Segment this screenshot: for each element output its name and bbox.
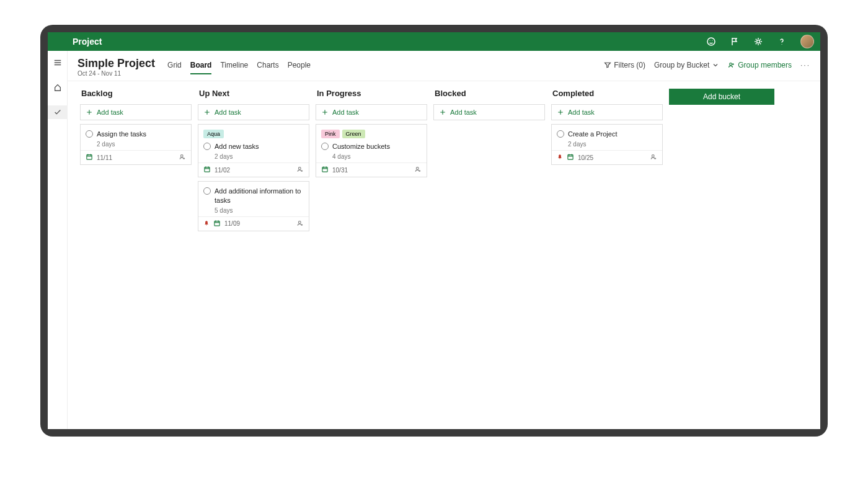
group-by-button[interactable]: Group by Bucket (654, 61, 719, 69)
bucket-title: Up Next (198, 89, 309, 98)
svg-point-13 (416, 167, 418, 170)
add-task-button[interactable]: Add task (433, 104, 545, 120)
svg-point-4 (730, 63, 732, 66)
task-card[interactable]: PinkGreenCustomize buckets4 days10/31 (316, 124, 427, 177)
task-title: Assign the tasks (97, 130, 146, 138)
task-duration: 2 days (86, 141, 186, 148)
assign-person-icon[interactable] (296, 220, 304, 228)
help-icon[interactable] (777, 37, 787, 47)
flag-icon[interactable] (730, 37, 740, 47)
task-date: 11/02 (215, 167, 230, 174)
tab-people[interactable]: People (288, 61, 311, 74)
svg-point-11 (298, 221, 301, 224)
group-members-button[interactable]: Group members (728, 61, 792, 69)
svg-rect-15 (568, 155, 573, 160)
tab-timeline[interactable]: Timeline (220, 61, 248, 74)
task-title: Add additional information to tasks (215, 187, 304, 205)
kanban-board: BacklogAdd taskAssign the tasks2 days11/… (68, 81, 820, 429)
svg-point-9 (206, 224, 206, 225)
filters-label: Filters (0) (614, 61, 645, 69)
task-card[interactable]: Add additional information to tasks5 day… (198, 181, 309, 231)
task-complete-circle[interactable] (203, 187, 211, 195)
svg-point-6 (180, 155, 183, 157)
bucket-title: In Progress (316, 89, 427, 98)
task-title: Add new tasks (215, 142, 259, 151)
bucket-column: BacklogAdd taskAssign the tasks2 days11/… (80, 89, 192, 422)
add-task-button[interactable]: Add task (80, 104, 192, 120)
more-options-icon[interactable]: ··· (800, 61, 810, 69)
group-by-label: Group by Bucket (654, 61, 709, 69)
svg-point-14 (559, 158, 560, 159)
calendar-icon (567, 153, 574, 162)
calendar-icon (213, 220, 221, 228)
emoji-icon[interactable] (706, 37, 716, 47)
settings-gear-icon[interactable] (753, 37, 763, 47)
task-tag: Green (342, 130, 365, 138)
group-members-label: Group members (738, 61, 792, 69)
svg-rect-7 (205, 167, 210, 172)
bucket-title: Backlog (80, 89, 192, 98)
calendar-icon (321, 166, 329, 174)
add-task-button[interactable]: Add task (198, 104, 309, 120)
filters-button[interactable]: Filters (0) (604, 61, 645, 69)
alert-icon (203, 220, 210, 228)
svg-point-2 (712, 40, 713, 41)
project-date-range: Oct 24 - Nov 11 (78, 70, 155, 77)
tab-grid[interactable]: Grid (167, 61, 182, 74)
bucket-title: Blocked (433, 89, 545, 98)
assign-person-icon[interactable] (179, 153, 186, 162)
task-card[interactable]: Assign the tasks2 days11/11 (80, 124, 192, 165)
user-avatar[interactable] (800, 35, 814, 48)
task-date: 11/09 (224, 220, 240, 227)
task-date: 10/25 (578, 154, 593, 161)
svg-rect-12 (322, 167, 327, 172)
calendar-icon (203, 166, 211, 174)
task-complete-circle[interactable] (321, 143, 329, 150)
nav-menu-icon[interactable] (48, 56, 68, 69)
calendar-icon (86, 153, 93, 162)
task-title: Customize buckets (332, 142, 390, 151)
tab-board[interactable]: Board (190, 61, 212, 74)
svg-point-8 (298, 167, 301, 170)
chevron-down-icon (712, 61, 719, 69)
svg-point-0 (707, 38, 715, 45)
task-tag: Aqua (203, 130, 224, 138)
svg-point-3 (757, 40, 760, 43)
assign-person-icon[interactable] (650, 153, 657, 162)
tab-charts[interactable]: Charts (257, 61, 278, 74)
task-duration: 2 days (203, 153, 304, 160)
task-duration: 4 days (321, 153, 422, 160)
app-launcher-icon[interactable] (54, 37, 64, 47)
bucket-column: BlockedAdd task (433, 89, 545, 422)
task-title: Create a Project (568, 130, 617, 138)
task-duration: 5 days (203, 207, 304, 214)
bucket-column: In ProgressAdd taskPinkGreenCustomize bu… (316, 89, 427, 422)
add-task-button[interactable]: Add task (316, 104, 427, 120)
assign-person-icon[interactable] (296, 166, 304, 174)
add-bucket-button[interactable]: Add bucket (669, 89, 774, 105)
task-complete-circle[interactable] (86, 130, 93, 138)
task-card[interactable]: Create a Project2 days10/25 (551, 124, 663, 165)
svg-rect-5 (87, 155, 92, 160)
task-complete-circle[interactable] (203, 143, 211, 150)
task-date: 10/31 (332, 167, 348, 174)
project-title: Simple Project (78, 57, 155, 70)
task-card[interactable]: AquaAdd new tasks2 days11/02 (198, 124, 309, 177)
view-tabs: GridBoardTimelineChartsPeople (167, 57, 311, 74)
add-task-button[interactable]: Add task (551, 104, 663, 120)
svg-rect-10 (215, 221, 219, 226)
nav-tasks-icon[interactable] (48, 105, 68, 119)
bucket-column: Up NextAdd taskAquaAdd new tasks2 days11… (198, 89, 309, 422)
assign-person-icon[interactable] (414, 166, 422, 174)
bucket-title: Completed (551, 89, 663, 98)
app-title[interactable]: Project (73, 37, 102, 47)
task-duration: 2 days (557, 141, 657, 148)
task-complete-circle[interactable] (557, 130, 564, 138)
left-nav-rail (48, 51, 68, 429)
alert-icon (557, 154, 563, 161)
nav-home-icon[interactable] (48, 81, 68, 94)
svg-point-16 (652, 155, 654, 157)
task-date: 11/11 (97, 154, 112, 161)
app-header: Project (48, 32, 820, 51)
task-tag: Pink (321, 130, 340, 138)
